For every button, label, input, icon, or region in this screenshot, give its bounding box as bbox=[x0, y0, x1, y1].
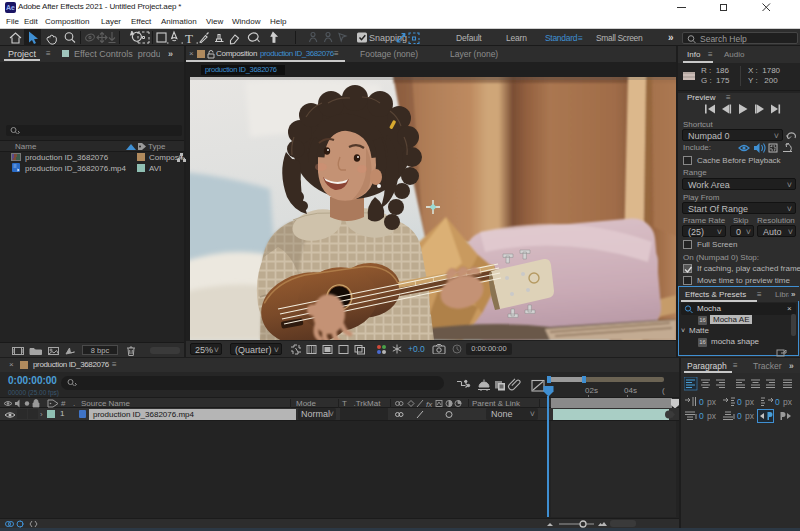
svg-text:fx: fx bbox=[426, 400, 433, 408]
svg-text:T: T bbox=[185, 31, 193, 46]
